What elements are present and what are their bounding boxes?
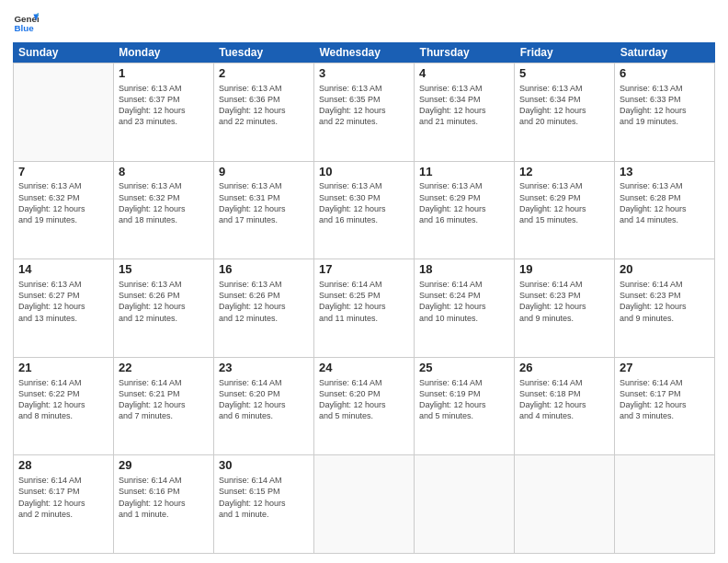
- day-number: 7: [18, 165, 108, 180]
- day-info: Sunrise: 6:13 AMSunset: 6:27 PMDaylight:…: [18, 279, 108, 324]
- logo: General Blue: [13, 9, 24, 35]
- day-number: 22: [119, 361, 209, 376]
- day-info: Sunrise: 6:14 AMSunset: 6:23 PMDaylight:…: [519, 279, 609, 324]
- day-number: 4: [419, 66, 509, 82]
- calendar-cell: 26Sunrise: 6:14 AMSunset: 6:18 PMDayligh…: [515, 358, 615, 455]
- day-number: 10: [319, 165, 409, 180]
- day-number: 29: [119, 458, 209, 474]
- day-info: Sunrise: 6:13 AMSunset: 6:32 PMDaylight:…: [18, 180, 108, 225]
- weekday-header: Saturday: [615, 42, 715, 63]
- day-number: 11: [419, 165, 509, 180]
- calendar-cell: 4Sunrise: 6:13 AMSunset: 6:34 PMDaylight…: [415, 63, 515, 161]
- day-number: 17: [319, 262, 409, 278]
- calendar-cell: 15Sunrise: 6:13 AMSunset: 6:26 PMDayligh…: [114, 259, 214, 357]
- day-number: 24: [319, 361, 409, 376]
- day-info: Sunrise: 6:14 AMSunset: 6:19 PMDaylight:…: [419, 377, 509, 422]
- day-number: 20: [620, 262, 710, 278]
- calendar-cell: 19Sunrise: 6:14 AMSunset: 6:23 PMDayligh…: [515, 259, 615, 357]
- calendar-body: 1Sunrise: 6:13 AMSunset: 6:37 PMDaylight…: [13, 63, 715, 554]
- day-info: Sunrise: 6:13 AMSunset: 6:36 PMDaylight:…: [219, 83, 309, 128]
- day-info: Sunrise: 6:14 AMSunset: 6:20 PMDaylight:…: [219, 377, 309, 422]
- calendar-cell: 30Sunrise: 6:14 AMSunset: 6:15 PMDayligh…: [214, 455, 314, 553]
- day-number: 3: [319, 66, 409, 82]
- day-number: 2: [219, 66, 309, 82]
- day-number: 13: [620, 165, 710, 180]
- day-info: Sunrise: 6:13 AMSunset: 6:29 PMDaylight:…: [419, 180, 509, 225]
- calendar-row: 1Sunrise: 6:13 AMSunset: 6:37 PMDaylight…: [14, 63, 715, 162]
- empty-cell: [314, 455, 415, 553]
- calendar-cell: 12Sunrise: 6:13 AMSunset: 6:29 PMDayligh…: [515, 162, 615, 259]
- day-info: Sunrise: 6:13 AMSunset: 6:33 PMDaylight:…: [620, 83, 710, 128]
- calendar: SundayMondayTuesdayWednesdayThursdayFrid…: [13, 42, 715, 554]
- calendar-cell: 1Sunrise: 6:13 AMSunset: 6:37 PMDaylight…: [114, 63, 214, 161]
- calendar-cell: 14Sunrise: 6:13 AMSunset: 6:27 PMDayligh…: [14, 259, 114, 357]
- calendar-cell: 9Sunrise: 6:13 AMSunset: 6:31 PMDaylight…: [214, 162, 314, 259]
- calendar-cell: 7Sunrise: 6:13 AMSunset: 6:32 PMDaylight…: [14, 162, 114, 259]
- day-number: 6: [620, 66, 710, 82]
- day-number: 18: [419, 262, 509, 278]
- weekday-header: Friday: [515, 42, 615, 63]
- calendar-cell: 16Sunrise: 6:13 AMSunset: 6:26 PMDayligh…: [214, 259, 314, 357]
- day-info: Sunrise: 6:14 AMSunset: 6:24 PMDaylight:…: [419, 279, 509, 324]
- day-info: Sunrise: 6:14 AMSunset: 6:17 PMDaylight:…: [620, 377, 710, 422]
- day-number: 5: [519, 66, 609, 82]
- day-info: Sunrise: 6:14 AMSunset: 6:25 PMDaylight:…: [319, 279, 409, 324]
- calendar-row: 21Sunrise: 6:14 AMSunset: 6:22 PMDayligh…: [14, 358, 715, 456]
- calendar-cell: 13Sunrise: 6:13 AMSunset: 6:28 PMDayligh…: [615, 162, 715, 259]
- calendar-cell: 5Sunrise: 6:13 AMSunset: 6:34 PMDaylight…: [515, 63, 615, 161]
- calendar-row: 14Sunrise: 6:13 AMSunset: 6:27 PMDayligh…: [14, 259, 715, 358]
- calendar-cell: 21Sunrise: 6:14 AMSunset: 6:22 PMDayligh…: [14, 358, 114, 455]
- day-info: Sunrise: 6:14 AMSunset: 6:23 PMDaylight:…: [620, 279, 710, 324]
- day-number: 19: [519, 262, 609, 278]
- day-info: Sunrise: 6:13 AMSunset: 6:37 PMDaylight:…: [119, 83, 209, 128]
- weekday-header: Tuesday: [213, 42, 313, 63]
- day-info: Sunrise: 6:13 AMSunset: 6:26 PMDaylight:…: [219, 279, 309, 324]
- day-info: Sunrise: 6:13 AMSunset: 6:30 PMDaylight:…: [319, 180, 409, 225]
- calendar-cell: 10Sunrise: 6:13 AMSunset: 6:30 PMDayligh…: [314, 162, 415, 259]
- day-info: Sunrise: 6:13 AMSunset: 6:34 PMDaylight:…: [419, 83, 509, 128]
- calendar-row: 7Sunrise: 6:13 AMSunset: 6:32 PMDaylight…: [14, 162, 715, 260]
- day-number: 28: [18, 458, 108, 474]
- day-number: 26: [519, 361, 609, 376]
- day-info: Sunrise: 6:14 AMSunset: 6:22 PMDaylight:…: [18, 377, 108, 422]
- day-number: 27: [620, 361, 710, 376]
- calendar-cell: 25Sunrise: 6:14 AMSunset: 6:19 PMDayligh…: [415, 358, 515, 455]
- day-number: 23: [219, 361, 309, 376]
- day-info: Sunrise: 6:14 AMSunset: 6:16 PMDaylight:…: [119, 475, 209, 520]
- day-number: 16: [219, 262, 309, 278]
- calendar-cell: 28Sunrise: 6:14 AMSunset: 6:17 PMDayligh…: [14, 455, 114, 553]
- empty-cell: [515, 455, 615, 553]
- day-info: Sunrise: 6:13 AMSunset: 6:31 PMDaylight:…: [219, 180, 309, 225]
- day-number: 8: [119, 165, 209, 180]
- day-info: Sunrise: 6:14 AMSunset: 6:15 PMDaylight:…: [219, 475, 309, 520]
- calendar-header: SundayMondayTuesdayWednesdayThursdayFrid…: [13, 42, 715, 63]
- calendar-cell: 8Sunrise: 6:13 AMSunset: 6:32 PMDaylight…: [114, 162, 214, 259]
- calendar-cell: 20Sunrise: 6:14 AMSunset: 6:23 PMDayligh…: [615, 259, 715, 357]
- calendar-cell: 3Sunrise: 6:13 AMSunset: 6:35 PMDaylight…: [314, 63, 415, 161]
- empty-cell: [14, 63, 114, 161]
- day-info: Sunrise: 6:13 AMSunset: 6:26 PMDaylight:…: [119, 279, 209, 324]
- calendar-cell: 24Sunrise: 6:14 AMSunset: 6:20 PMDayligh…: [314, 358, 415, 455]
- day-number: 14: [18, 262, 108, 278]
- day-number: 15: [119, 262, 209, 278]
- calendar-cell: 11Sunrise: 6:13 AMSunset: 6:29 PMDayligh…: [415, 162, 515, 259]
- day-info: Sunrise: 6:13 AMSunset: 6:32 PMDaylight:…: [119, 180, 209, 225]
- day-info: Sunrise: 6:13 AMSunset: 6:29 PMDaylight:…: [519, 180, 609, 225]
- svg-text:Blue: Blue: [14, 23, 34, 33]
- calendar-cell: 23Sunrise: 6:14 AMSunset: 6:20 PMDayligh…: [214, 358, 314, 455]
- day-number: 30: [219, 458, 309, 474]
- day-info: Sunrise: 6:14 AMSunset: 6:21 PMDaylight:…: [119, 377, 209, 422]
- empty-cell: [415, 455, 515, 553]
- empty-cell: [615, 455, 715, 553]
- day-info: Sunrise: 6:13 AMSunset: 6:28 PMDaylight:…: [620, 180, 710, 225]
- day-info: Sunrise: 6:14 AMSunset: 6:17 PMDaylight:…: [18, 475, 108, 520]
- day-info: Sunrise: 6:14 AMSunset: 6:20 PMDaylight:…: [319, 377, 409, 422]
- weekday-header: Wednesday: [313, 42, 414, 63]
- calendar-cell: 17Sunrise: 6:14 AMSunset: 6:25 PMDayligh…: [314, 259, 415, 357]
- weekday-header: Thursday: [415, 42, 515, 63]
- weekday-header: Sunday: [13, 42, 113, 63]
- day-info: Sunrise: 6:14 AMSunset: 6:18 PMDaylight:…: [519, 377, 609, 422]
- day-info: Sunrise: 6:13 AMSunset: 6:34 PMDaylight:…: [519, 83, 609, 128]
- day-number: 1: [119, 66, 209, 82]
- calendar-cell: 22Sunrise: 6:14 AMSunset: 6:21 PMDayligh…: [114, 358, 214, 455]
